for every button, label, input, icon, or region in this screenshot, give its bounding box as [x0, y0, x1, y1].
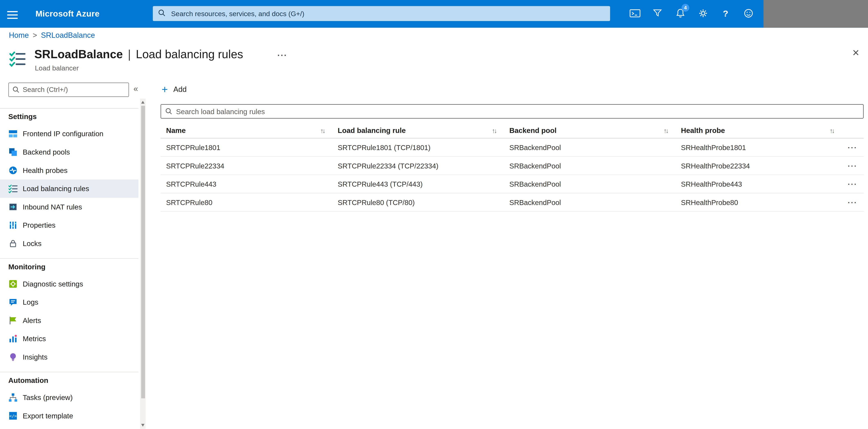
azure-brand[interactable]: Microsoft Azure: [35, 0, 100, 28]
sort-icon[interactable]: ↑↓: [320, 127, 324, 134]
column-header-load-balancing-rule[interactable]: Load balancing rule ↑↓: [332, 126, 504, 135]
metrics-icon: [8, 334, 18, 343]
cell-rule: SRTCPRule22334 (TCP/22334): [332, 162, 504, 170]
table-row[interactable]: SRTCPRule22334 SRTCPRule22334 (TCP/22334…: [161, 157, 864, 175]
title-separator: |: [128, 48, 131, 60]
breadcrumb-current-link[interactable]: SRLoadBalance: [41, 31, 95, 39]
close-blade-button[interactable]: ×: [852, 47, 859, 58]
breadcrumb-home-link[interactable]: Home: [9, 31, 29, 39]
sidebar-item-label: Export template: [23, 412, 73, 420]
row-more-button[interactable]: ···: [848, 162, 858, 170]
add-rule-button[interactable]: + Add: [162, 82, 186, 96]
cell-backend-pool: SRBackendPool: [504, 180, 675, 188]
breadcrumb: Home > SRLoadBalance: [9, 31, 95, 39]
sidebar-search-input[interactable]: [23, 86, 125, 94]
topbar-icon-group: 4 ?: [623, 0, 760, 28]
search-icon: [165, 107, 173, 115]
settings-button[interactable]: [691, 0, 714, 28]
health-probes-icon: [8, 166, 18, 175]
breadcrumb-separator: >: [33, 31, 37, 39]
sidebar-item-backend-pools[interactable]: Backend pools: [0, 143, 138, 161]
sidebar-item-metrics[interactable]: Metrics: [0, 330, 138, 348]
add-rule-label: Add: [174, 85, 187, 93]
rules-search[interactable]: [161, 104, 864, 119]
column-header-name[interactable]: Name ↑↓: [161, 126, 332, 135]
lock-icon: [8, 239, 18, 248]
cell-health-probe: SRHealthProbe1801: [675, 143, 841, 151]
cell-health-probe: SRHealthProbe80: [675, 198, 841, 206]
sidebar-item-label: Locks: [23, 239, 41, 248]
sidebar-item-diagnostic-settings[interactable]: Diagnostic settings: [0, 275, 138, 293]
search-icon: [12, 86, 20, 94]
export-template-icon: </>: [8, 411, 18, 421]
global-search-input[interactable]: [171, 9, 605, 17]
directories-filter-button[interactable]: [646, 0, 669, 28]
sidebar-item-tasks-preview[interactable]: Tasks (preview): [0, 389, 138, 407]
sidebar-item-label: Logs: [23, 298, 38, 307]
cell-rule: SRTCPRule80 (TCP/80): [332, 198, 504, 206]
insights-icon: [8, 352, 18, 362]
logs-icon: [8, 297, 18, 307]
row-more-button[interactable]: ···: [848, 143, 858, 151]
scrollbar-up-arrow[interactable]: [141, 101, 145, 104]
rules-search-input[interactable]: [176, 107, 859, 116]
sidebar-item-load-balancing-rules[interactable]: Load balancing rules: [0, 179, 138, 198]
directory-filter-icon: [652, 8, 663, 20]
hamburger-menu-button[interactable]: [5, 7, 20, 21]
column-header-backend-pool[interactable]: Backend pool ↑↓: [504, 126, 675, 135]
row-more-button[interactable]: ···: [848, 180, 858, 188]
sidebar-item-frontend-ip-configuration[interactable]: Frontend IP configuration: [0, 124, 138, 143]
global-search[interactable]: [153, 6, 610, 21]
inbound-nat-rules-icon: [8, 202, 18, 211]
cell-rule: SRTCPRule443 (TCP/443): [332, 180, 504, 188]
sort-icon[interactable]: ↑↓: [663, 127, 668, 134]
scrollbar-thumb[interactable]: [141, 106, 145, 398]
cell-rule: SRTCPRule1801 (TCP/1801): [332, 143, 504, 151]
sidebar-item-logs[interactable]: Logs: [0, 293, 138, 311]
svg-text:</>: </>: [9, 413, 17, 419]
table-row[interactable]: SRTCPRule80 SRTCPRule80 (TCP/80) SRBacke…: [161, 193, 864, 212]
sidebar-item-label: Load balancing rules: [23, 184, 89, 193]
collapse-menu-button[interactable]: «: [133, 84, 138, 93]
sidebar-item-inbound-nat-rules[interactable]: Inbound NAT rules: [0, 198, 138, 216]
sidebar-item-label: Insights: [23, 353, 48, 361]
cell-health-probe: SRHealthProbe22334: [675, 162, 841, 170]
sidebar-item-label: Health probes: [23, 166, 67, 175]
cell-health-probe: SRHealthProbe443: [675, 180, 841, 188]
notification-badge: 4: [682, 4, 689, 12]
sidebar-item-label: Diagnostic settings: [23, 280, 83, 288]
title-more-button[interactable]: ···: [277, 51, 287, 60]
table-row[interactable]: SRTCPRule1801 SRTCPRule1801 (TCP/1801) S…: [161, 138, 864, 157]
column-header-health-probe[interactable]: Health probe ↑↓: [675, 126, 841, 135]
sidebar-search[interactable]: [8, 83, 129, 97]
cell-name: SRTCPRule80: [161, 198, 332, 206]
scrollbar-down-arrow[interactable]: [141, 424, 145, 427]
feedback-button[interactable]: [737, 0, 760, 28]
row-more-button[interactable]: ···: [848, 198, 858, 206]
sidebar-item-insights[interactable]: Insights: [0, 348, 138, 366]
cloud-shell-button[interactable]: [623, 0, 646, 28]
table-header: Name ↑↓ Load balancing rule ↑↓ Backend p…: [161, 123, 864, 138]
sidebar-item-export-template[interactable]: </> Export template: [0, 407, 138, 425]
frontend-ip-configuration-icon: [8, 129, 18, 138]
sidebar-item-alerts[interactable]: Alerts: [0, 311, 138, 330]
topbar: Microsoft Azure 4: [0, 0, 868, 28]
notifications-button[interactable]: 4: [669, 0, 691, 28]
table-row[interactable]: SRTCPRule443 SRTCPRule443 (TCP/443) SRBa…: [161, 175, 864, 193]
cell-name: SRTCPRule22334: [161, 162, 332, 170]
load-balancer-icon: [8, 51, 27, 69]
sidebar-item-properties[interactable]: Properties: [0, 216, 138, 234]
sidebar-item-label: Metrics: [23, 335, 46, 343]
account-area-redacted[interactable]: [764, 0, 868, 28]
help-button[interactable]: ?: [714, 0, 737, 28]
sidebar-scrollbar[interactable]: [140, 98, 146, 429]
blade-name: Load balancing rules: [136, 48, 243, 60]
rules-table: Name ↑↓ Load balancing rule ↑↓ Backend p…: [161, 123, 864, 211]
section-header-automation: Automation: [0, 372, 138, 389]
sidebar-item-health-probes[interactable]: Health probes: [0, 161, 138, 180]
sidebar-item-locks[interactable]: Locks: [0, 234, 138, 253]
plus-icon: +: [162, 84, 168, 94]
sort-icon[interactable]: ↑↓: [492, 127, 496, 134]
gear-icon: [697, 7, 708, 20]
sort-icon[interactable]: ↑↓: [830, 127, 834, 134]
